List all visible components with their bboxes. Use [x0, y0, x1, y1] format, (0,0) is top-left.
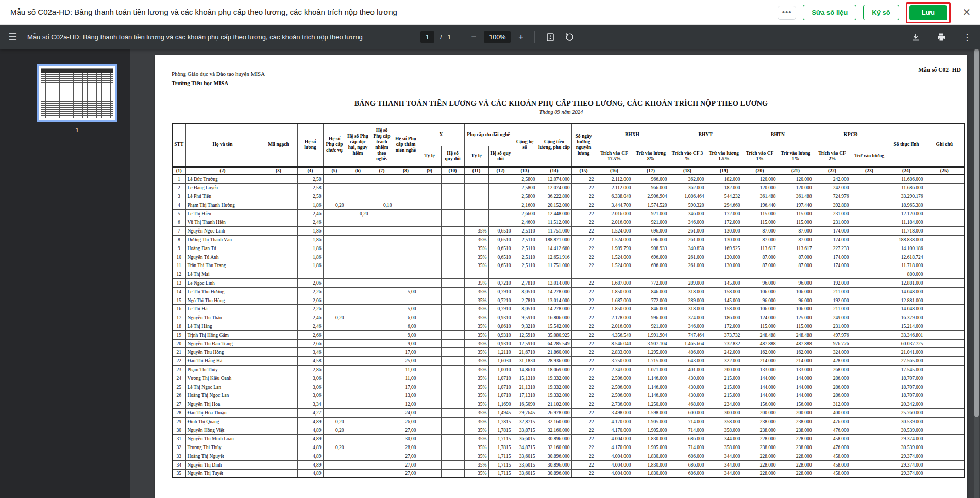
- table-cell: 12.074.000: [537, 184, 571, 192]
- table-cell: 29.374.000: [888, 460, 925, 469]
- close-icon[interactable]: ✕: [960, 6, 973, 19]
- table-cell: 20: [172, 339, 185, 348]
- table-cell: [370, 305, 394, 313]
- table-cell: 144.000: [778, 383, 814, 391]
- digital-sign-button[interactable]: Ký số: [863, 5, 899, 20]
- rotate-icon[interactable]: [563, 32, 577, 42]
- table-cell: 286.000: [814, 383, 851, 391]
- employee-name-cell: Vũ Thị Thanh Hiền: [185, 218, 260, 227]
- table-cell: 8: [172, 236, 185, 244]
- table-cell: 346.000: [669, 322, 706, 331]
- table-cell: [488, 201, 513, 209]
- table-cell: [260, 261, 297, 270]
- page-thumbnail[interactable]: [37, 64, 117, 122]
- vertical-scrollbar[interactable]: [974, 49, 979, 498]
- table-cell: 11.184.000: [888, 218, 925, 227]
- table-cell: [346, 374, 370, 383]
- fit-page-icon[interactable]: [544, 32, 557, 42]
- table-cell: 36,6015: [513, 435, 537, 443]
- table-cell: [464, 184, 488, 192]
- table-cell: [488, 192, 513, 201]
- scrollbar-thumb[interactable]: [974, 49, 979, 417]
- table-cell: 1,7815: [488, 426, 513, 435]
- edit-data-button[interactable]: Sửa số liệu: [803, 5, 856, 20]
- table-cell: [441, 313, 464, 322]
- table-cell: [370, 460, 394, 469]
- table-cell: [370, 279, 394, 288]
- table-cell: [346, 357, 370, 366]
- table-cell: 0,6510: [488, 227, 513, 236]
- table-cell: 1,7115: [488, 435, 513, 443]
- table-cell: [513, 270, 537, 279]
- table-cell: [418, 330, 441, 339]
- table-cell: 2,5800: [513, 192, 537, 201]
- zoom-in-button[interactable]: +: [516, 32, 526, 42]
- table-cell: 2,5110: [513, 261, 537, 270]
- table-cell: 5,00: [394, 287, 418, 296]
- table-cell: 12.618.724: [888, 253, 925, 261]
- table-cell: [418, 184, 441, 192]
- employee-name-cell: Dương Thị Thanh Vân: [185, 236, 260, 244]
- table-cell: 392.880: [814, 201, 851, 209]
- employee-name-cell: Trịnh Thị Hồng Gấm: [185, 330, 260, 339]
- table-cell: 169.925: [706, 244, 742, 253]
- table-cell: 22: [571, 391, 596, 400]
- table-cell: 1.146.000: [633, 383, 669, 391]
- table-cell: 8,0510: [513, 305, 537, 313]
- table-cell: 2.506.000: [596, 374, 633, 383]
- table-cell: 96.000: [778, 279, 814, 288]
- table-cell: 124.000: [742, 313, 778, 322]
- column-number: (6): [346, 167, 370, 175]
- table-cell: [260, 296, 297, 305]
- table-cell: 458.000: [814, 469, 851, 478]
- table-cell: 0,20: [346, 209, 370, 218]
- save-button[interactable]: Lưu: [909, 5, 947, 20]
- more-options-button[interactable]: •••: [778, 6, 796, 20]
- table-cell: [925, 374, 964, 383]
- table-cell: 115.000: [778, 322, 814, 331]
- col-cong-tien: Cộng tiền lương, phụ cấp: [537, 123, 571, 167]
- table-cell: 22: [571, 339, 596, 348]
- table-cell: 12.881.000: [888, 279, 925, 288]
- kebab-menu-icon[interactable]: ⋮: [960, 31, 974, 43]
- table-cell: 35%: [464, 339, 488, 348]
- table-cell: 228.000: [778, 460, 814, 469]
- zoom-out-button[interactable]: −: [469, 32, 478, 42]
- table-cell: 130.000: [706, 253, 742, 261]
- column-number: (20): [742, 167, 778, 175]
- table-cell: [441, 339, 464, 348]
- table-cell: [925, 313, 964, 322]
- table-cell: 643.000: [669, 357, 706, 366]
- table-row: 31Nguyễn Thị Minh Loan4,8930,0035%1,7115…: [172, 435, 964, 443]
- table-cell: 1.850.000: [596, 287, 633, 296]
- table-cell: 29,7645: [513, 409, 537, 418]
- table-cell: 9,3210: [513, 322, 537, 331]
- col-pc-trachnhiem: Hệ số Phụ cấp trách nhiệm theo nghề.: [370, 123, 394, 167]
- table-cell: 200.000: [778, 409, 814, 418]
- table-cell: 1,86: [297, 236, 323, 244]
- table-cell: [346, 391, 370, 400]
- table-cell: 0,6510: [488, 244, 513, 253]
- table-cell: 846.000: [633, 287, 669, 296]
- table-cell: [851, 469, 888, 478]
- table-cell: 35%: [464, 348, 488, 357]
- download-icon[interactable]: [909, 32, 922, 42]
- table-cell: [370, 357, 394, 366]
- table-cell: 289.000: [669, 279, 706, 288]
- print-icon[interactable]: [935, 32, 948, 42]
- table-cell: [260, 270, 297, 279]
- zoom-level[interactable]: 100%: [484, 31, 511, 43]
- menu-icon[interactable]: ☰: [8, 31, 17, 43]
- table-cell: 35%: [464, 330, 488, 339]
- table-cell: [925, 348, 964, 357]
- col-pc-thamnien: Hệ số Phụ cấp thâm niên nghề: [394, 123, 418, 167]
- page-number-input[interactable]: 1: [420, 31, 434, 43]
- table-cell: [418, 313, 441, 322]
- table-cell: [394, 279, 418, 288]
- table-cell: 3,06: [297, 383, 323, 391]
- table-cell: 12.448.000: [537, 209, 571, 218]
- table-cell: 428.000: [814, 357, 851, 366]
- table-cell: [441, 322, 464, 331]
- table-cell: [851, 227, 888, 236]
- table-cell: 22: [571, 253, 596, 261]
